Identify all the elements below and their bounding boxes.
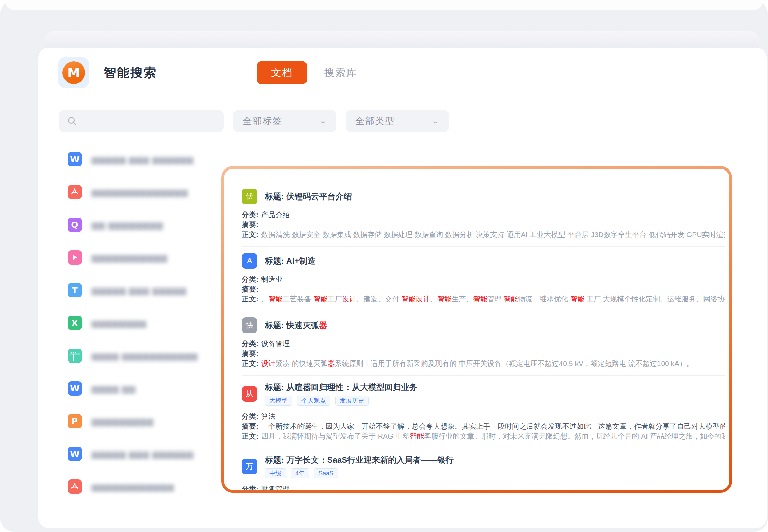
body-label: 正文: — [242, 359, 258, 367]
category-label: 分类: — [242, 275, 258, 283]
file-list-item[interactable]: W ▆▆▆▆▆ ▆▆▆ ▆▆▆▆▆▆ — [68, 152, 272, 166]
result-category-line: 分类:财务管理 — [242, 484, 725, 490]
pdf-file-icon — [68, 185, 82, 199]
excel-file-icon: X — [68, 316, 82, 330]
search-result-item[interactable]: 从 标题: 从喧嚣回归理性：从大模型回归业务 大模型个人观点发展历史 分类:算法… — [242, 375, 725, 448]
body-value: 、智能工艺装备 智能工厂设计、建造、交付 智能设计、智能生产、智能管理 智能物流… — [261, 295, 725, 303]
result-badge: 从 — [242, 386, 257, 402]
results-panel: 伏 标题: 伏锂码云平台介绍 分类:产品介绍 摘要: 正文:数据清洗 数据安全 … — [221, 166, 732, 493]
result-title: 标题: AI+制造 — [265, 255, 316, 266]
highlighted-keyword: 智能 — [570, 295, 584, 303]
page-title: 智能搜索 — [104, 64, 157, 81]
logo-m-icon: M — [62, 61, 85, 84]
result-tag: 个人观点 — [297, 396, 330, 406]
search-input[interactable] — [82, 116, 216, 127]
category-label: 分类: — [242, 485, 258, 490]
file-name-blurred: ▆▆▆▆ ▆▆ — [91, 384, 136, 394]
logo-letter: M — [67, 65, 80, 80]
file-name-blurred: ▆▆ ▆▆▆▆▆▆▆▆ — [91, 220, 163, 230]
abstract-label: 摘要: — [242, 285, 258, 293]
tag-filter-value: 全部标签 — [243, 115, 282, 127]
file-name-blurred: ▆▆▆▆▆▆▆▆ — [91, 318, 147, 328]
abstract-label: 摘要: — [242, 221, 258, 228]
tag-filter-dropdown[interactable]: 全部标签 ⌄ — [233, 110, 336, 132]
result-title-block: 标题: 万字长文：SaaS行业迎来新的入局者——银行 中级4年SaaS — [265, 455, 454, 478]
tab-search-library[interactable]: 搜索库 — [310, 61, 371, 84]
word-file-icon: W — [68, 447, 82, 461]
ppt-file-icon: P — [68, 414, 82, 428]
highlighted-keyword: 设计 — [261, 359, 275, 367]
abstract-value: 一个新技术的诞生，因为大家一开始不够了解，总会夸大想象。其实上手一段时间之后就会… — [261, 422, 725, 430]
result-body-line: 正文:、智能工艺装备 智能工厂设计、建造、交付 智能设计、智能生产、智能管理 智… — [242, 294, 725, 304]
result-badge: 万 — [242, 459, 257, 474]
result-body-line: 正文:四月，我满怀期待与渴望发布了关于 RAG 重塑智能客服行业的文章。那时，对… — [242, 431, 725, 441]
highlighted-keyword: 智能 — [268, 295, 283, 303]
result-header: 伏 标题: 伏锂码云平台介绍 — [242, 189, 725, 204]
result-tags: 中级4年SaaS — [265, 468, 454, 478]
file-name-blurred: ▆▆▆▆▆▆▆▆▆▆▆▆▆▆ — [91, 187, 188, 197]
highlighted-keyword: 设计 — [342, 295, 356, 303]
result-title-block: 标题: AI+制造 — [265, 255, 316, 266]
highlighted-keyword: 智能设计 — [401, 295, 430, 303]
body-value: 数据清洗 数据安全 数据集成 数据存储 数据处理 数据查询 数据分析 决策支持 … — [261, 231, 725, 238]
abstract-label: 摘要: — [242, 422, 258, 430]
search-result-item[interactable]: 万 标题: 万字长文：SaaS行业迎来新的入局者——银行 中级4年SaaS 分类… — [242, 448, 725, 490]
chevron-down-icon: ⌄ — [431, 117, 441, 125]
category-value: 算法 — [261, 412, 275, 420]
header: M 智能搜索 文档 搜索库 — [38, 48, 767, 98]
web-file-icon — [68, 349, 82, 363]
result-tag: 4年 — [291, 468, 309, 478]
highlighted-keyword: 智能 — [313, 295, 328, 303]
txt-file-icon: T — [68, 283, 82, 297]
result-lines: 分类:产品介绍 摘要: 正文:数据清洗 数据安全 数据集成 数据存储 数据处理 … — [242, 210, 725, 239]
background-card-top — [5, 0, 763, 10]
chevron-down-icon: ⌄ — [318, 117, 328, 125]
result-body-line: 正文:设计紧凑 的快速灭弧器系统原则上适用于所有新采购及现有的 中压开关设备（额… — [242, 358, 725, 368]
body-label: 正文: — [242, 231, 258, 238]
type-filter-dropdown[interactable]: 全部类型 ⌄ — [346, 110, 449, 132]
result-lines: 分类:财务管理 摘要:银行的入局，在某种程度上会为SaaS行业与SaaS公司带来… — [242, 484, 725, 490]
search-icon — [67, 116, 77, 127]
result-category-line: 分类:算法 — [242, 411, 725, 421]
abstract-label: 摘要: — [242, 350, 258, 357]
main-card: M 智能搜索 文档 搜索库 全部标签 ⌄ 全部类 — [38, 48, 767, 528]
search-box[interactable] — [59, 110, 224, 132]
result-title: 标题: 万字长文：SaaS行业迎来新的入局者——银行 — [265, 455, 454, 466]
highlighted-keyword: 器 — [319, 321, 327, 330]
result-lines: 分类:制造业 摘要: 正文:、智能工艺装备 智能工厂设计、建造、交付 智能设计、… — [242, 274, 725, 304]
result-tags: 大模型个人观点发展历史 — [265, 396, 417, 406]
highlighted-keyword: 智能 — [504, 295, 518, 303]
filter-row: 全部标签 ⌄ 全部类型 ⌄ — [59, 110, 449, 132]
result-abstract-line: 摘要: — [242, 220, 725, 230]
app-window: M 智能搜索 文档 搜索库 全部标签 ⌄ 全部类 — [0, 0, 768, 532]
result-category-line: 分类:设备管理 — [242, 339, 725, 349]
result-badge: A — [242, 253, 257, 269]
result-title: 标题: 从喧嚣回归理性：从大模型回归业务 — [265, 382, 417, 393]
q-file-icon: Q — [68, 218, 82, 232]
category-value: 产品介绍 — [261, 211, 290, 219]
highlighted-keyword: 智能 — [473, 295, 487, 303]
type-filter-value: 全部类型 — [355, 115, 395, 127]
result-title-block: 标题: 快速灭弧器 — [265, 320, 327, 331]
category-label: 分类: — [242, 340, 258, 348]
category-value: 财务管理 — [261, 485, 290, 490]
result-header: 万 标题: 万字长文：SaaS行业迎来新的入局者——银行 中级4年SaaS — [242, 455, 725, 478]
file-name-blurred: ▆▆▆▆▆ ▆▆▆ ▆▆▆▆▆ — [91, 285, 187, 295]
result-lines: 分类:设备管理 摘要: 正文:设计紧凑 的快速灭弧器系统原则上适用于所有新采购及… — [242, 339, 725, 368]
result-abstract-line: 摘要: — [242, 349, 725, 358]
result-tag: SaaS — [314, 468, 338, 478]
result-tag: 中级 — [265, 468, 286, 478]
highlighted-keyword: 智能 — [437, 295, 452, 303]
result-header: 从 标题: 从喧嚣回归理性：从大模型回归业务 大模型个人观点发展历史 — [242, 382, 725, 406]
category-value: 制造业 — [261, 275, 283, 283]
result-title: 标题: 伏锂码云平台介绍 — [265, 191, 352, 202]
file-name-blurred: ▆▆▆▆▆ ▆▆▆ ▆▆▆▆▆▆ — [91, 154, 194, 164]
tab-documents[interactable]: 文档 — [257, 61, 307, 84]
file-name-blurred: ▆▆▆▆ ▆▆▆▆▆▆▆▆▆▆▆ — [91, 351, 198, 361]
word-file-icon: W — [68, 381, 82, 396]
search-result-item[interactable]: A 标题: AI+制造 分类:制造业 摘要: 正文:、智能工艺装备 智能工厂设计… — [242, 246, 725, 311]
search-result-item[interactable]: 快 标题: 快速灭弧器 分类:设备管理 摘要: 正文:设计紧凑 的快速灭弧器系统… — [242, 311, 725, 375]
search-result-item[interactable]: 伏 标题: 伏锂码云平台介绍 分类:产品介绍 摘要: 正文:数据清洗 数据安全 … — [242, 182, 725, 246]
body-value: 四月，我满怀期待与渴望发布了关于 RAG 重塑智能客服行业的文章。那时，对未来充… — [261, 432, 725, 440]
word-file-icon: W — [68, 152, 82, 166]
